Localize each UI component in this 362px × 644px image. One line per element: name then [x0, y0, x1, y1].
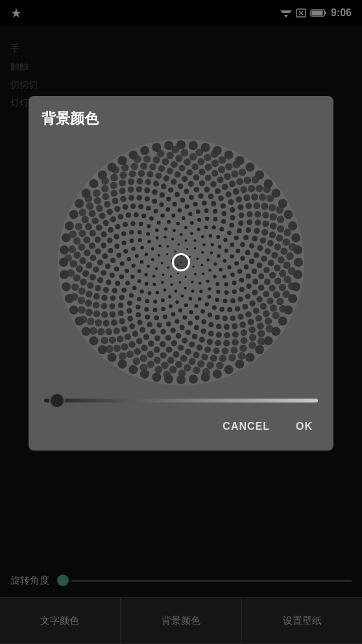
wheel-selector: [172, 253, 190, 271]
cancel-button[interactable]: CANCEL: [220, 415, 272, 438]
color-wheel-container[interactable]: [58, 139, 304, 386]
dialog-buttons: CANCEL OK: [42, 415, 320, 438]
color-picker-dialog: 背景颜色 CANCEL OK: [29, 96, 333, 451]
brightness-slider-track[interactable]: [44, 399, 318, 402]
ok-button[interactable]: OK: [293, 415, 315, 438]
brightness-slider-thumb[interactable]: [49, 393, 65, 408]
dialog-title: 背景颜色: [42, 109, 99, 129]
brightness-slider-container: [42, 399, 320, 402]
